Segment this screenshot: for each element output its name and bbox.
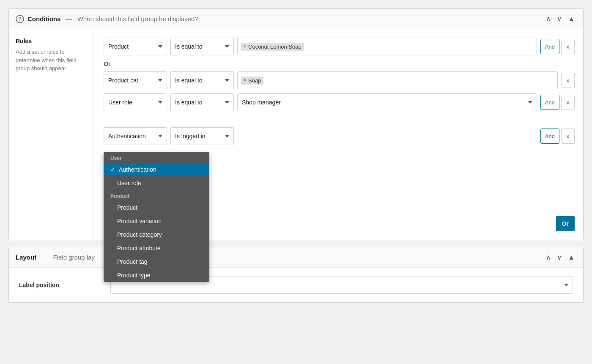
- dropdown-item-product-variation[interactable]: Product variation: [104, 214, 209, 228]
- rule1-tag-1: × Coconut Lemon Soap: [241, 43, 304, 51]
- rule2-remove-button[interactable]: x: [561, 73, 575, 88]
- dropdown-item-product-type-label: Product type: [117, 272, 151, 279]
- label-position-row: Label position: [19, 276, 573, 294]
- layout-panel-body: Label position: [9, 268, 583, 302]
- rule2-actions: x: [561, 71, 575, 88]
- rule1-type-select[interactable]: Product: [104, 38, 167, 55]
- dropdown-item-product-tag-label: Product tag: [117, 258, 148, 265]
- rule1-remove-button[interactable]: x: [561, 39, 575, 54]
- rule4-and-button[interactable]: And: [540, 129, 559, 144]
- or-label-1: Or: [104, 60, 575, 67]
- dropdown-group-user: User: [104, 152, 209, 163]
- layout-panel: Layout — Field group lay ∧ ∨ ▲ Label pos…: [8, 247, 584, 303]
- rule3-type-select[interactable]: User role: [104, 93, 167, 111]
- rule-row-2: Product cat Is equal to × Soap x: [104, 71, 575, 89]
- conditions-subtitle: When should this field group be displaye…: [77, 15, 198, 22]
- rule4-actions: And x: [540, 127, 575, 144]
- conditions-title: Conditions: [27, 15, 60, 22]
- type-dropdown: User ✓ Authentication User role Product …: [104, 152, 209, 282]
- conditions-content: Product Is equal to × Coconut Lemon Soap…: [93, 29, 583, 240]
- conditions-panel-body: Rules Add a set of rules to determine wh…: [9, 29, 583, 240]
- rule3-actions: And x: [540, 93, 575, 110]
- rule3-and-button[interactable]: And: [540, 95, 559, 110]
- layout-collapse-down-button[interactable]: ∨: [555, 252, 564, 262]
- dropdown-item-product-attribute-label: Product attribute: [117, 245, 161, 252]
- conditions-header-icons: ∧ ∨ ▲: [544, 14, 576, 24]
- rule-row-4: Authentication Is logged in And x: [104, 127, 575, 145]
- conditions-dash: —: [64, 15, 74, 22]
- dropdown-item-product-type[interactable]: Product type: [104, 268, 209, 282]
- or-add-button[interactable]: Or: [556, 216, 575, 231]
- conditions-sidebar: Rules Add a set of rules to determine wh…: [9, 29, 93, 240]
- dropdown-item-user-role[interactable]: User role: [104, 176, 209, 190]
- dropdown-item-product-variation-label: Product variation: [117, 218, 162, 224]
- dropdown-item-product-category[interactable]: Product category: [104, 228, 209, 241]
- rule2-type-select[interactable]: Product cat: [104, 71, 167, 89]
- check-icon: ✓: [110, 166, 115, 173]
- rule3-value-select[interactable]: Shop manager: [237, 93, 537, 111]
- dropdown-item-product[interactable]: Product: [104, 201, 209, 214]
- rule1-condition-select[interactable]: Is equal to: [170, 38, 234, 55]
- rule2-tag-1-remove[interactable]: ×: [244, 77, 247, 83]
- collapse-down-button[interactable]: ∨: [555, 14, 564, 24]
- layout-toggle-button[interactable]: ▲: [566, 253, 576, 262]
- dropdown-item-authentication[interactable]: ✓ Authentication: [104, 163, 209, 176]
- rule1-and-button[interactable]: And: [540, 39, 559, 54]
- rules-sidebar-desc: Add a set of rules to determine when thi…: [16, 48, 86, 73]
- dropdown-item-product-label: Product: [117, 204, 137, 211]
- rule4-remove-button[interactable]: x: [561, 129, 575, 144]
- dropdown-item-product-attribute[interactable]: Product attribute: [104, 241, 209, 255]
- layout-panel-header: Layout — Field group lay ∧ ∨ ▲: [9, 247, 583, 268]
- conditions-header-left: ? Conditions — When should this field gr…: [16, 15, 198, 23]
- rule1-tag-input[interactable]: × Coconut Lemon Soap: [237, 38, 537, 55]
- collapse-up-button[interactable]: ∧: [544, 14, 553, 24]
- rule4-type-select[interactable]: Authentication: [104, 127, 167, 145]
- rule1-actions: And x: [540, 38, 575, 54]
- rule1-tag-1-label: Coconut Lemon Soap: [248, 44, 301, 50]
- help-icon[interactable]: ?: [16, 15, 24, 23]
- dropdown-item-product-category-label: Product category: [117, 231, 162, 238]
- rule1-tag-1-remove[interactable]: ×: [244, 44, 247, 49]
- rule-row-3: User role Is equal to Shop manager And x: [104, 93, 575, 111]
- dropdown-item-product-tag[interactable]: Product tag: [104, 255, 209, 268]
- rule-row-1: Product Is equal to × Coconut Lemon Soap…: [104, 38, 575, 55]
- rule3-remove-button[interactable]: x: [561, 95, 575, 110]
- layout-subtitle: Field group lay: [53, 254, 95, 261]
- dropdown-item-authentication-label: Authentication: [119, 166, 156, 173]
- layout-header-icons: ∧ ∨ ▲: [544, 252, 576, 262]
- layout-dash: —: [40, 254, 49, 261]
- rule3-condition-select[interactable]: Is equal to: [170, 93, 234, 111]
- rules-sidebar-title: Rules: [16, 38, 86, 44]
- layout-header-left: Layout — Field group lay: [16, 254, 95, 261]
- rule2-condition-select[interactable]: Is equal to: [170, 71, 234, 89]
- conditions-panel-header: ? Conditions — When should this field gr…: [9, 9, 583, 29]
- rule2-tag-1-label: Soap: [248, 77, 261, 84]
- dropdown-item-user-role-label: User role: [117, 180, 141, 186]
- layout-collapse-up-button[interactable]: ∧: [544, 252, 553, 262]
- dropdown-group-product: Product: [104, 190, 209, 201]
- layout-title: Layout: [16, 254, 36, 261]
- conditions-panel: ? Conditions — When should this field gr…: [8, 8, 584, 240]
- rule2-tag-input[interactable]: × Soap: [237, 71, 558, 89]
- collapse-toggle-button[interactable]: ▲: [566, 14, 576, 24]
- label-position-label: Label position: [19, 282, 104, 288]
- rule2-tag-1: × Soap: [241, 77, 263, 85]
- rule4-condition-select[interactable]: Is logged in: [170, 127, 234, 145]
